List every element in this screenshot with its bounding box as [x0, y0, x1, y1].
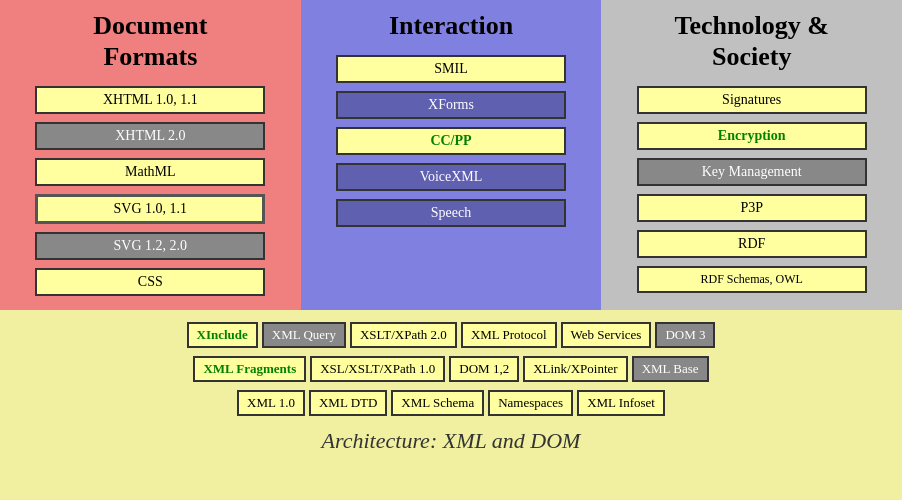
list-item: MathML: [35, 158, 265, 186]
technology-title: Technology &Society: [675, 10, 829, 72]
bottom-row-3: XML 1.0 XML DTD XML Schema Namespaces XM…: [237, 390, 665, 416]
list-item: XML DTD: [309, 390, 387, 416]
list-item: CSS: [35, 268, 265, 296]
list-item: DOM 1,2: [449, 356, 519, 382]
list-item: DOM 3: [655, 322, 715, 348]
list-item: P3P: [637, 194, 867, 222]
list-item: SVG 1.0, 1.1: [35, 194, 265, 224]
list-item: XML 1.0: [237, 390, 305, 416]
list-item: XSL/XSLT/XPath 1.0: [310, 356, 445, 382]
list-item: SVG 1.2, 2.0: [35, 232, 265, 260]
encryption-item: Encryption: [637, 122, 867, 150]
list-item: VoiceXML: [336, 163, 566, 191]
list-item: Namespaces: [488, 390, 573, 416]
list-item: RDF Schemas, OWL: [637, 266, 867, 293]
web-services-item: Web Services: [561, 322, 652, 348]
list-item: XML Fragments: [193, 356, 306, 382]
list-item: XML Base: [632, 356, 709, 382]
list-item: RDF: [637, 230, 867, 258]
arch-title: Architecture: XML and DOM: [322, 428, 581, 454]
list-item: XML Schema: [391, 390, 484, 416]
list-item: Speech: [336, 199, 566, 227]
main-container: DocumentFormats XHTML 1.0, 1.1 XHTML 2.0…: [0, 0, 902, 500]
list-item: XForms: [336, 91, 566, 119]
bottom-section: XInclude XML Query XSLT/XPath 2.0 XML Pr…: [0, 310, 902, 500]
list-item: XML Query: [262, 322, 346, 348]
top-row: DocumentFormats XHTML 1.0, 1.1 XHTML 2.0…: [0, 0, 902, 310]
column-technology: Technology &Society Signatures Encryptio…: [601, 0, 902, 310]
bottom-row-2: XML Fragments XSL/XSLT/XPath 1.0 DOM 1,2…: [193, 356, 708, 382]
document-title: DocumentFormats: [93, 10, 207, 72]
interaction-title: Interaction: [389, 10, 513, 41]
list-item: XML Protocol: [461, 322, 557, 348]
list-item: CC/PP: [336, 127, 566, 155]
list-item: XHTML 2.0: [35, 122, 265, 150]
list-item: Key Management: [637, 158, 867, 186]
list-item: SMIL: [336, 55, 566, 83]
list-item: XLink/XPointer: [523, 356, 628, 382]
list-item: Signatures: [637, 86, 867, 114]
bottom-row-1: XInclude XML Query XSLT/XPath 2.0 XML Pr…: [187, 322, 716, 348]
list-item: XSLT/XPath 2.0: [350, 322, 457, 348]
list-item: XML Infoset: [577, 390, 665, 416]
column-interaction: Interaction SMIL XForms CC/PP VoiceXML S…: [301, 0, 602, 310]
column-document: DocumentFormats XHTML 1.0, 1.1 XHTML 2.0…: [0, 0, 301, 310]
list-item: XHTML 1.0, 1.1: [35, 86, 265, 114]
list-item: XInclude: [187, 322, 258, 348]
